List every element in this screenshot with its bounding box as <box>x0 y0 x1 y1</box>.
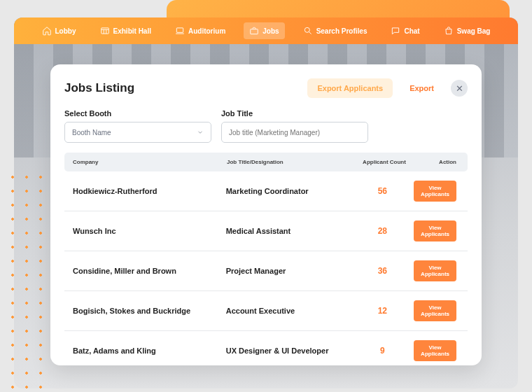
cell-company: Batz, Adams and Kling <box>73 346 226 355</box>
cell-company: Bogisich, Stokes and Buckridge <box>73 307 226 315</box>
nav-label: Swag Bag <box>457 27 491 35</box>
chevron-down-icon <box>197 129 204 136</box>
filters-row: Select Booth Booth Name Job Title <box>64 109 468 143</box>
nav-exhibit-hall[interactable]: Exhibit Hall <box>94 22 157 39</box>
nav-label: Search Profiles <box>316 27 368 35</box>
view-applicants-button[interactable]: View Applicants <box>414 300 456 321</box>
view-applicants-button[interactable]: View Applicants <box>414 220 456 241</box>
cell-title: Medical Assistant <box>226 227 351 235</box>
svg-rect-1 <box>176 28 183 32</box>
nav-chat[interactable]: Chat <box>385 22 425 39</box>
view-applicants-button[interactable]: View Applicants <box>414 340 456 361</box>
close-icon: ✕ <box>456 83 463 94</box>
close-button[interactable]: ✕ <box>451 80 468 97</box>
nav-label: Auditorium <box>188 27 225 35</box>
col-header-count: Applicant Count <box>353 159 416 165</box>
panel-header: Jobs Listing Export Applicants Export ✕ <box>64 78 468 98</box>
jobs-listing-panel: Jobs Listing Export Applicants Export ✕ … <box>50 64 482 365</box>
nav-search-profiles[interactable]: Search Profiles <box>298 22 373 39</box>
nav-swag-bag[interactable]: Swag Bag <box>438 22 496 39</box>
booth-icon <box>100 26 110 36</box>
table-row: Hodkiewicz-Rutherford Marketing Coordina… <box>64 172 468 211</box>
cell-company: Hodkiewicz-Rutherford <box>73 187 226 195</box>
cell-count: 56 <box>351 186 414 196</box>
bag-icon <box>444 26 454 36</box>
table-header-row: Company Job Title/Designation Applicant … <box>64 153 468 172</box>
job-title-input[interactable] <box>221 122 368 143</box>
laptop-icon <box>175 26 185 36</box>
booth-filter-label: Select Booth <box>64 109 211 118</box>
nav-label: Lobby <box>55 27 76 35</box>
svg-rect-0 <box>101 28 108 34</box>
job-title-filter-group: Job Title <box>221 109 368 143</box>
view-applicants-button[interactable]: View Applicants <box>414 260 456 281</box>
cell-title: Project Manager <box>226 267 351 275</box>
view-applicants-button[interactable]: View Applicants <box>414 181 456 202</box>
cell-company: Considine, Miller and Brown <box>73 267 226 275</box>
cell-title: Account Executive <box>226 307 351 315</box>
col-header-title: Job Title/Designation <box>227 159 353 165</box>
panel-title: Jobs Listing <box>64 81 134 95</box>
panel-header-actions: Export Applicants Export ✕ <box>307 78 468 98</box>
svg-point-3 <box>304 27 309 32</box>
col-header-action: Action <box>416 159 459 165</box>
search-icon <box>303 26 313 36</box>
table-row: Considine, Miller and Brown Project Mana… <box>64 251 468 291</box>
cell-count: 28 <box>351 226 414 236</box>
cell-count: 9 <box>351 346 414 356</box>
nav-label: Exhibit Hall <box>113 27 151 35</box>
nav-label: Chat <box>404 27 419 35</box>
table-row: Wunsch Inc Medical Assistant 28 View App… <box>64 211 468 251</box>
decorative-dots <box>0 164 49 392</box>
job-title-filter-label: Job Title <box>221 109 368 118</box>
col-header-company: Company <box>73 159 227 165</box>
nav-jobs[interactable]: Jobs <box>244 22 284 39</box>
briefcase-icon <box>249 26 259 36</box>
nav-lobby[interactable]: Lobby <box>36 22 82 39</box>
cell-count: 12 <box>351 306 414 316</box>
cell-company: Wunsch Inc <box>73 227 226 235</box>
home-icon <box>42 26 52 36</box>
table-row: Bogisich, Stokes and Buckridge Account E… <box>64 291 468 331</box>
nav-auditorium[interactable]: Auditorium <box>169 22 231 39</box>
cell-title: Marketing Coordinator <box>226 187 351 195</box>
booth-select-value: Booth Name <box>72 129 111 136</box>
svg-rect-2 <box>251 29 258 34</box>
booth-filter-group: Select Booth Booth Name <box>64 109 211 143</box>
top-navbar: Lobby Exhibit Hall Auditorium Jobs Searc… <box>14 18 518 44</box>
cell-title: UX Designer & UI Developer <box>226 346 351 355</box>
cell-count: 36 <box>351 266 414 276</box>
table-body: Hodkiewicz-Rutherford Marketing Coordina… <box>64 172 468 365</box>
export-button[interactable]: Export <box>400 78 444 98</box>
nav-label: Jobs <box>262 27 279 35</box>
table-row: Batz, Adams and Kling UX Designer & UI D… <box>64 331 468 365</box>
chat-icon <box>391 26 400 36</box>
export-applicants-button[interactable]: Export Applicants <box>307 78 393 98</box>
booth-select[interactable]: Booth Name <box>64 122 211 143</box>
